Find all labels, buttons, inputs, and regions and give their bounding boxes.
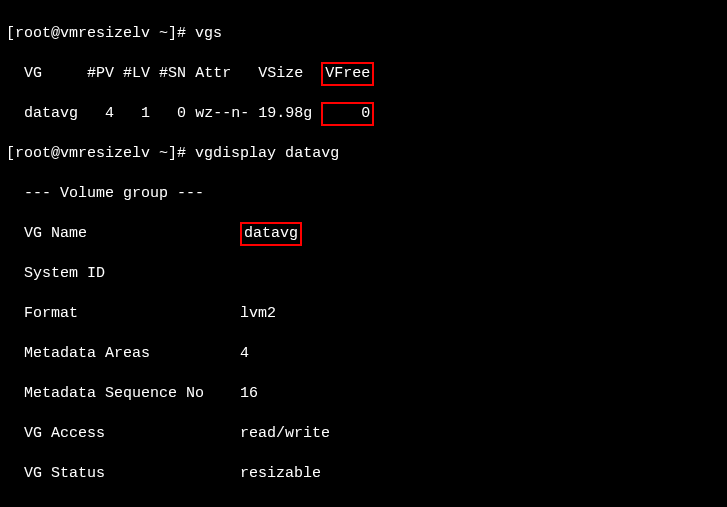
terminal[interactable]: [root@vmresizelv ~]# vgs VG #PV #LV #SN …: [0, 0, 727, 507]
vgs-header: VG #PV #LV #SN Attr VSize VFree: [6, 64, 721, 84]
col-sn: #SN: [159, 65, 186, 82]
prompt-line-2: [root@vmresizelv ~]# vgdisplay datavg: [6, 144, 721, 164]
user: root: [15, 25, 51, 42]
col-vg: VG: [24, 65, 42, 82]
kv-meta-seq: Metadata Sequence No16: [6, 384, 721, 404]
vgs-vfree: 0: [361, 105, 370, 122]
col-pv: #PV: [87, 65, 114, 82]
path: ~: [159, 25, 168, 42]
vgs-vg: datavg: [24, 105, 78, 122]
vgs-vsize: 19.98g: [258, 105, 312, 122]
vgdisplay-header: --- Volume group ---: [6, 184, 721, 204]
col-lv: #LV: [123, 65, 150, 82]
vgs-vfree-highlight: 0: [321, 102, 374, 126]
vgs-lv: 1: [141, 105, 150, 122]
vgs-sn: 0: [177, 105, 186, 122]
host: vmresizelv: [60, 145, 150, 162]
vgs-attr: wz--n-: [195, 105, 249, 122]
path: ~: [159, 145, 168, 162]
host: vmresizelv: [60, 25, 150, 42]
user: root: [15, 145, 51, 162]
command: vgdisplay datavg: [195, 145, 339, 162]
col-attr: Attr: [195, 65, 231, 82]
vg-name-highlight: datavg: [240, 222, 302, 246]
vgs-row: datavg 4 1 0 wz--n- 19.98g 0: [6, 104, 721, 124]
col-vsize: VSize: [258, 65, 303, 82]
command: vgs: [195, 25, 222, 42]
kv-system-id: System ID: [6, 264, 721, 284]
kv-meta-areas: Metadata Areas4: [6, 344, 721, 364]
col-vfree-highlight: VFree: [321, 62, 374, 86]
kv-vg-status: VG Statusresizable: [6, 464, 721, 484]
kv-vg-name: VG Namedatavg: [6, 224, 721, 244]
kv-format: Formatlvm2: [6, 304, 721, 324]
prompt-line-1: [root@vmresizelv ~]# vgs: [6, 24, 721, 44]
kv-vg-access: VG Accessread/write: [6, 424, 721, 444]
col-vfree: VFree: [325, 65, 370, 82]
vgs-pv: 4: [105, 105, 114, 122]
